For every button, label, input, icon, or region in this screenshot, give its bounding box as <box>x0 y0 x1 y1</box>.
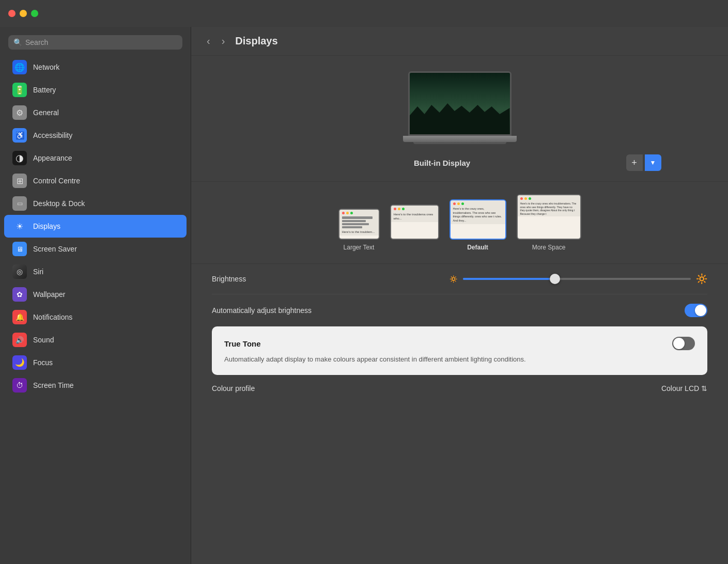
dot-red <box>342 212 345 214</box>
res-option-larger-text[interactable]: Here's to the troublem... Larger Text <box>338 209 380 251</box>
brightness-slider-container: 🔅 🔆 <box>449 273 707 285</box>
brightness-slider-thumb[interactable] <box>550 274 560 284</box>
minimize-button[interactable] <box>20 10 27 17</box>
sidebar-item-screensaver[interactable]: 🖥 Screen Saver <box>4 238 187 260</box>
add-display-button[interactable]: + <box>626 154 643 171</box>
sidebar-item-label-siri: Siri <box>33 268 43 276</box>
sidebar-item-label-wallpaper: Wallpaper <box>33 290 66 299</box>
search-bar[interactable]: 🔍 Search <box>8 35 182 50</box>
res-label-larger-text: Larger Text <box>344 244 375 251</box>
brightness-slider-fill <box>463 278 550 280</box>
brightness-bright-icon: 🔆 <box>696 273 707 285</box>
macbook-display <box>403 71 517 146</box>
sidebar-item-label-accessibility: Accessibility <box>33 131 72 139</box>
sidebar-item-label-controlcentre: Control Centre <box>33 177 80 185</box>
sidebar-item-label-displays: Displays <box>33 222 60 230</box>
sidebar-item-desktopanddock[interactable]: ▭ Desktop & Dock <box>4 192 187 215</box>
dot-yellow-2 <box>398 208 400 210</box>
sidebar-item-sound[interactable]: 🔊 Sound <box>4 328 187 351</box>
toggle-thumb-auto-brightness <box>695 305 706 316</box>
sidebar-item-battery[interactable]: 🔋 Battery <box>4 79 187 101</box>
sidebar-item-label-desktopanddock: Desktop & Dock <box>33 199 85 208</box>
controlcentre-icon: ⊞ <box>12 174 27 188</box>
screentime-icon: ⏱ <box>12 378 27 393</box>
focus-icon: 🌙 <box>12 355 27 370</box>
dot-green-3 <box>461 202 464 205</box>
sidebar-item-siri[interactable]: ◎ Siri <box>4 260 187 283</box>
auto-brightness-label: Automatically adjust brightness <box>212 306 312 315</box>
search-input[interactable]: Search <box>25 38 48 46</box>
macbook-screen <box>408 71 512 136</box>
true-tone-header: True Tone <box>224 337 695 350</box>
forward-button[interactable]: › <box>219 34 228 48</box>
dot-yellow <box>346 212 349 214</box>
true-tone-title: True Tone <box>224 339 261 348</box>
dot-red-3 <box>453 202 456 205</box>
sidebar-item-accessibility[interactable]: ♿ Accessibility <box>4 124 187 147</box>
auto-brightness-row: Automatically adjust brightness <box>212 294 707 326</box>
res-option-medium[interactable]: Here's to the troublema ones who... <box>390 205 439 251</box>
sidebar-item-label-sound: Sound <box>33 336 54 344</box>
screen-content <box>410 73 510 134</box>
display-chevron-button[interactable]: ▼ <box>645 154 661 171</box>
sidebar-item-notifications[interactable]: 🔔 Notifications <box>4 306 187 328</box>
screensaver-icon: 🖥 <box>12 242 27 256</box>
traffic-lights <box>8 10 38 17</box>
sidebar-item-label-notifications: Notifications <box>33 313 72 321</box>
sidebar-item-wallpaper[interactable]: ✿ Wallpaper <box>4 283 187 306</box>
titlebar <box>0 0 728 27</box>
sidebar-item-label-network: Network <box>33 63 59 71</box>
search-icon: 🔍 <box>13 38 22 46</box>
sidebar-item-label-battery: Battery <box>33 86 56 94</box>
notifications-icon: 🔔 <box>12 310 27 324</box>
dot-green-4 <box>529 197 531 200</box>
res-preview-more-space: Here's to the crazy ones who troublemake… <box>517 194 581 240</box>
res-option-more-space[interactable]: Here's to the crazy ones who troublemake… <box>517 194 581 251</box>
res-option-default[interactable]: Here's to the crazy ones, troublemakers.… <box>450 199 506 251</box>
close-button[interactable] <box>8 10 16 17</box>
sidebar: 🔍 Search 🌐 Network 🔋 Battery ⚙ General ♿… <box>0 27 191 564</box>
dot-green <box>350 212 353 214</box>
res-label-more-space: More Space <box>532 244 566 251</box>
settings-section: Brightness 🔅 🔆 Automatically adjust brig… <box>191 264 728 326</box>
res-label-medium <box>413 244 415 251</box>
sidebar-item-label-appearance: Appearance <box>33 154 72 162</box>
res-preview-medium: Here's to the troublema ones who... <box>390 205 439 240</box>
dock-icon: ▭ <box>12 196 27 211</box>
sidebar-item-displays[interactable]: ☀ Displays <box>4 215 187 238</box>
resolution-section: Here's to the troublem... Larger Text <box>191 182 728 264</box>
dot-yellow-3 <box>457 202 460 205</box>
true-tone-description: Automatically adapt display to make colo… <box>224 354 695 365</box>
true-tone-card: True Tone Automatically adapt display to… <box>212 326 707 375</box>
displays-icon: ☀ <box>12 219 27 233</box>
dot-green-2 <box>402 208 405 210</box>
maximize-button[interactable] <box>31 10 38 17</box>
colour-profile-row: Colour profile Colour LCD ⇅ <box>191 375 728 402</box>
sidebar-item-label-focus: Focus <box>33 358 53 367</box>
sidebar-item-screentime[interactable]: ⏱ Screen Time <box>4 374 187 397</box>
display-preview-section: Built-in Display + ▼ <box>191 56 728 182</box>
sidebar-item-appearance[interactable]: ◑ Appearance <box>4 147 187 169</box>
toggle-thumb-true-tone <box>673 338 685 349</box>
sidebar-item-label-general: General <box>33 108 59 117</box>
brightness-dim-icon: 🔅 <box>449 275 458 283</box>
network-icon: 🌐 <box>12 60 27 74</box>
auto-brightness-toggle[interactable] <box>685 304 707 317</box>
brightness-row: Brightness 🔅 🔆 <box>212 264 707 294</box>
sidebar-item-general[interactable]: ⚙ General <box>4 101 187 124</box>
brightness-slider-track[interactable] <box>463 278 691 280</box>
accessibility-icon: ♿ <box>12 128 27 143</box>
true-tone-toggle[interactable] <box>672 337 695 350</box>
back-button[interactable]: ‹ <box>204 34 213 48</box>
res-preview-default: Here's to the crazy ones, troublemakers.… <box>450 199 506 240</box>
sidebar-item-controlcentre[interactable]: ⊞ Control Centre <box>4 169 187 192</box>
appearance-icon: ◑ <box>12 151 27 165</box>
sidebar-item-focus[interactable]: 🌙 Focus <box>4 351 187 374</box>
sidebar-item-label-screentime: Screen Time <box>33 381 74 389</box>
sidebar-item-network[interactable]: 🌐 Network <box>4 56 187 79</box>
wallpaper-icon: ✿ <box>12 287 27 302</box>
dot-red-2 <box>394 208 396 210</box>
wallpaper-preview <box>410 73 510 134</box>
content-area: ‹ › Displays Built-in Display + <box>191 27 728 564</box>
colour-profile-value[interactable]: Colour LCD ⇅ <box>661 384 707 393</box>
